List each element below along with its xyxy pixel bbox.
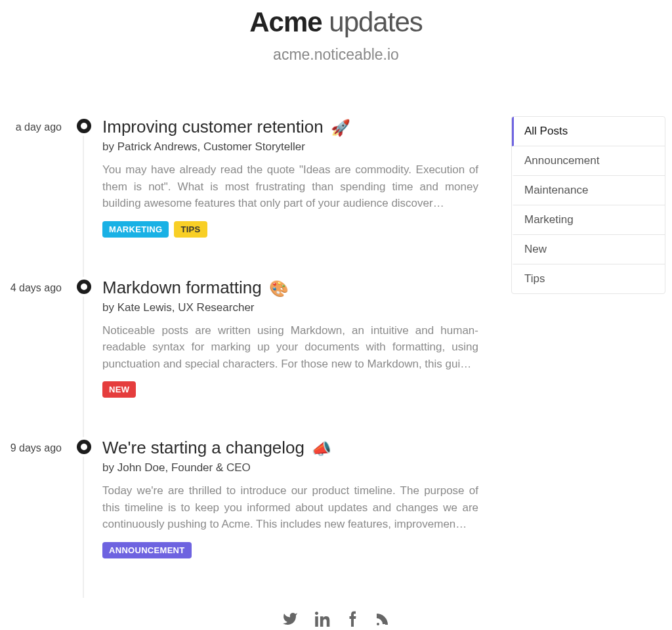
- linkedin-icon[interactable]: [315, 611, 331, 629]
- post-tags: NEW: [102, 381, 478, 398]
- megaphone-icon: 📣: [312, 440, 331, 457]
- post-title[interactable]: Improving customer retention 🚀: [102, 116, 350, 138]
- post-title[interactable]: We're starting a changelog 📣: [102, 437, 331, 459]
- category-new[interactable]: New: [512, 235, 665, 264]
- post-byline: by Patrick Andrews, Customer Storyteller: [102, 140, 478, 154]
- category-list: All Posts Announcement Maintenance Marke…: [511, 116, 665, 294]
- tag-new[interactable]: NEW: [102, 381, 136, 398]
- post-item[interactable]: 4 days ago Markdown formatting 🎨 by Kate…: [10, 277, 485, 398]
- tag-tips[interactable]: TIPS: [174, 221, 207, 238]
- palette-icon: 🎨: [269, 280, 289, 297]
- category-marketing[interactable]: Marketing: [512, 205, 665, 235]
- category-all-posts[interactable]: All Posts: [512, 117, 665, 146]
- page-title: Acme updates: [0, 7, 672, 38]
- marker-dot-icon: [77, 440, 91, 454]
- post-excerpt: Today we're are thrilled to introduce ou…: [102, 482, 478, 533]
- tag-marketing[interactable]: MARKETING: [102, 221, 169, 238]
- post-time: 4 days ago: [10, 277, 66, 398]
- post-title[interactable]: Markdown formatting 🎨: [102, 277, 289, 299]
- post-tags: ANNOUNCEMENT: [102, 542, 478, 558]
- category-announcement[interactable]: Announcement: [512, 146, 665, 176]
- rss-icon[interactable]: [374, 611, 390, 629]
- social-links: [282, 611, 390, 629]
- title-suffix: updates: [329, 7, 422, 37]
- category-maintenance[interactable]: Maintenance: [512, 176, 665, 205]
- marker-dot-icon: [77, 280, 91, 294]
- marker-dot-icon: [77, 119, 91, 133]
- brand-name: Acme: [249, 7, 322, 37]
- timeline-marker: [66, 116, 102, 238]
- post-byline: by John Doe, Founder & CEO: [102, 461, 478, 474]
- post-tags: MARKETING TIPS: [102, 221, 478, 238]
- post-excerpt: You may have already read the quote "Ide…: [102, 161, 478, 212]
- category-tips[interactable]: Tips: [512, 264, 665, 293]
- post-item[interactable]: a day ago Improving customer retention 🚀…: [10, 116, 485, 238]
- timeline-marker: [66, 277, 102, 398]
- tag-announcement[interactable]: ANNOUNCEMENT: [102, 542, 192, 558]
- page-header: Acme updates acme.noticeable.io: [0, 0, 672, 64]
- timeline: a day ago Improving customer retention 🚀…: [10, 116, 485, 598]
- post-time: a day ago: [10, 116, 66, 238]
- post-time: 9 days ago: [10, 437, 66, 558]
- rocket-icon: 🚀: [331, 119, 350, 136]
- post-excerpt: Noticeable posts are written using Markd…: [102, 322, 478, 373]
- facebook-icon[interactable]: [348, 611, 357, 629]
- footer: [0, 611, 672, 630]
- category-sidebar: All Posts Announcement Maintenance Marke…: [511, 116, 665, 598]
- post-item[interactable]: 9 days ago We're starting a changelog 📣 …: [10, 437, 485, 558]
- page-subtitle: acme.noticeable.io: [0, 46, 672, 64]
- timeline-marker: [66, 437, 102, 558]
- post-byline: by Kate Lewis, UX Researcher: [102, 301, 478, 314]
- twitter-icon[interactable]: [282, 611, 298, 629]
